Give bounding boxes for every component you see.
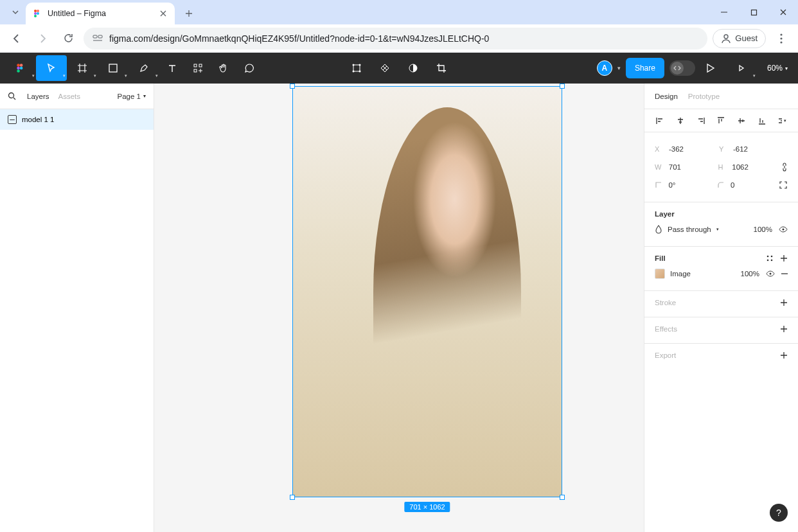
align-right-icon[interactable] [696,116,706,126]
page-selector[interactable]: Page 1▾ [118,93,146,100]
prototype-view-button[interactable]: ▾ [726,55,757,81]
forward-button[interactable] [32,28,53,49]
svg-rect-19 [199,64,202,67]
layer-opacity-input[interactable]: 100% [754,226,772,233]
svg-point-15 [20,67,23,70]
toolbar-right: A ▾ Share ▾ 60%▾ [597,55,793,81]
resize-handle-br[interactable] [560,495,565,500]
dev-mode-toggle[interactable] [669,60,695,76]
chevron-down-icon[interactable]: ▾ [617,65,621,71]
resize-handle-bl[interactable] [290,495,295,500]
minimize-button[interactable] [709,0,739,24]
style-icon[interactable] [766,254,774,262]
svg-point-13 [20,64,23,67]
prototype-tab[interactable]: Prototype [688,93,720,100]
user-avatar[interactable]: A [597,60,612,76]
w-input[interactable]: 701 [669,163,713,171]
comment-tool[interactable] [236,55,262,81]
resize-handle-tr[interactable] [560,84,565,89]
present-button[interactable] [700,55,721,81]
svg-rect-7 [98,35,102,38]
tab-search-icon[interactable] [6,3,24,21]
radius-input[interactable]: 0 [731,181,774,189]
help-button[interactable]: ? [770,504,788,522]
share-button[interactable]: Share [626,58,664,78]
maximize-button[interactable] [739,0,768,24]
svg-point-22 [353,64,355,66]
edit-object-tool[interactable] [344,55,369,81]
layers-tab[interactable]: Layers [27,93,49,100]
fill-type[interactable]: Image [670,270,691,278]
constrain-proportions-icon[interactable] [781,163,788,172]
svg-point-3 [37,12,39,15]
left-panel-header: Layers Assets Page 1▾ [0,84,154,109]
x-input[interactable]: -362 [669,145,714,153]
url-input[interactable]: figma.com/design/GoMmnaetkqnQHiqEZ4K95f/… [84,28,707,49]
zoom-control[interactable]: 60%▾ [762,64,793,73]
text-tool[interactable] [159,55,185,81]
selection-frame[interactable]: 701 × 1062 [292,86,562,497]
blend-mode-icon[interactable] [655,225,662,234]
left-panel: Layers Assets Page 1▾ model 1 1 [0,84,154,532]
svg-point-14 [17,67,20,70]
rotation-icon [655,181,663,189]
main-menu-button[interactable]: ▾ [5,55,36,81]
fill-swatch[interactable] [655,269,665,279]
move-tool[interactable]: ▾ [36,55,67,81]
align-vcenter-icon[interactable] [736,116,747,126]
svg-point-27 [9,93,14,98]
distribute-icon[interactable]: ▾ [777,116,788,126]
align-bottom-icon[interactable] [757,116,767,126]
align-hcenter-icon[interactable] [675,116,686,126]
svg-point-8 [724,35,728,39]
selected-image[interactable] [293,87,562,497]
browser-menu-button[interactable] [771,33,792,44]
canvas[interactable]: 701 × 1062 [154,84,644,532]
site-settings-icon[interactable] [93,33,103,44]
rotation-input[interactable]: 0° [668,181,711,189]
svg-point-33 [770,273,772,275]
export-section: Export [644,344,798,369]
h-input[interactable]: 1062 [732,163,776,171]
align-left-icon[interactable] [655,116,665,126]
shape-tool[interactable]: ▾ [98,55,129,81]
align-top-icon[interactable] [716,116,726,126]
remove-fill-icon[interactable] [781,273,788,274]
close-tab-icon[interactable] [158,8,168,19]
back-button[interactable] [6,28,27,49]
pen-tool[interactable]: ▾ [129,55,159,81]
y-input[interactable]: -612 [733,145,778,153]
resources-tool[interactable] [185,55,211,81]
mask-tool[interactable] [400,55,426,81]
design-tab[interactable]: Design [655,93,678,100]
add-stroke-icon[interactable] [780,299,788,306]
independent-corners-icon[interactable] [779,181,788,190]
figma-favicon-icon [32,8,42,19]
new-tab-button[interactable] [180,4,198,22]
fill-opacity-input[interactable]: 100% [741,270,759,278]
crop-tool[interactable] [429,55,454,81]
person-icon [721,33,731,44]
figma-app: ▾ ▾ ▾ ▾ ▾ [0,53,798,532]
create-component-tool[interactable] [372,55,398,81]
svg-point-30 [771,256,773,258]
stroke-section-title: Stroke [655,299,676,306]
visibility-icon[interactable] [779,226,788,233]
blend-mode-select[interactable]: Pass through [668,226,711,233]
search-icon[interactable] [8,92,18,100]
svg-rect-17 [109,64,117,72]
visibility-icon[interactable] [766,270,775,277]
close-window-button[interactable] [768,0,798,24]
browser-tab[interactable]: Untitled – Figma [26,3,175,24]
hand-tool[interactable] [211,55,236,81]
add-fill-icon[interactable] [780,254,788,262]
w-label: W [655,163,664,171]
add-export-icon[interactable] [780,351,788,359]
reload-button[interactable] [58,28,78,49]
add-effect-icon[interactable] [780,325,788,333]
resize-handle-tl[interactable] [290,84,295,89]
frame-tool[interactable]: ▾ [67,55,98,81]
layer-item[interactable]: model 1 1 [0,109,154,130]
assets-tab[interactable]: Assets [58,93,81,100]
guest-profile-chip[interactable]: Guest [713,29,766,48]
